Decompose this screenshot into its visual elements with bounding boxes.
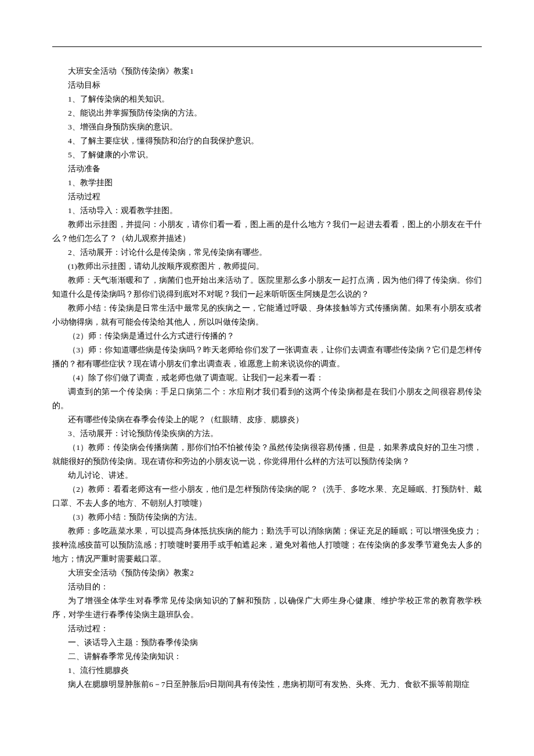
paragraph: 幼儿讨论、讲述。	[52, 469, 482, 483]
paragraph: 大班安全活动《预防传染病》教案1	[52, 64, 482, 78]
document-body: 大班安全活动《预防传染病》教案1活动目标1、了解传染病的相关知识。2、能说出并掌…	[52, 64, 482, 692]
top-divider	[52, 46, 482, 47]
paragraph: 1、教学挂图	[52, 176, 482, 190]
paragraph: （4）除了你们做了调查，戒老师也做了调查呢。让我们一起来看一看：	[52, 371, 482, 385]
paragraph: （1）教师：传染病会传播病菌，那你们怕不怕被传染？虽然传染病很容易传播，但是，如…	[52, 441, 482, 469]
paragraph: 教师：多吃蔬菜水果，可以提高身体抵抗疾病的能力；勤洗手可以消除病菌；保证充足的睡…	[52, 524, 482, 566]
paragraph: （3）师：你知道哪些病是传染病吗？昨天老师给你们发了一张调查表，让你们去调查有哪…	[52, 343, 482, 371]
paragraph: （3）教师小结：预防传染病的方法。	[52, 510, 482, 524]
paragraph: 活动准备	[52, 162, 482, 176]
paragraph: 调查到的第一个传染病：手足口病第二个：水痘刚才我们看到的这两个传染病都是在我们小…	[52, 385, 482, 413]
paragraph: (1)教师出示挂图，请幼儿按顺序观察图片，教师提问。	[52, 260, 482, 273]
paragraph: 活动过程	[52, 190, 482, 204]
paragraph: 病人在腮腺明显肿胀前6－7日至肿胀后9日期间具有传染性，患病初期可有发热、头疼、…	[52, 678, 482, 692]
paragraph: 教师：天气渐渐暖和了，病菌们也开始出来活动了。医院里那么多小朋友一起打点滴，因为…	[52, 273, 482, 301]
paragraph: 教师小结：传染病是日常生活中最常见的疾病之一，它能通过呼吸、身体接触等方式传播病…	[52, 301, 482, 329]
paragraph: 还有哪些传染病在春季会传染上的呢？（红眼睛、皮疹、腮腺炎）	[52, 413, 482, 427]
paragraph: 为了增强全体学生对春季常见传染病知识的了解和预防，以确保广大师生身心健康、维护学…	[52, 594, 482, 622]
paragraph: 2、能说出并掌握预防传染病的方法。	[52, 106, 482, 120]
paragraph: 4、了解主要症状，懂得预防和治疗的自我保护意识。	[52, 134, 482, 148]
paragraph: 活动过程：	[52, 622, 482, 636]
paragraph: 1、活动导入：观看教学挂图。	[52, 204, 482, 218]
document-page: 大班安全活动《预防传染病》教案1活动目标1、了解传染病的相关知识。2、能说出并掌…	[0, 0, 534, 726]
paragraph: 活动目标	[52, 78, 482, 92]
paragraph: 5、了解健康的小常识。	[52, 148, 482, 162]
paragraph: （2）教师：看看老师这有一些小朋友，他们是怎样预防传染病的呢？（洗手、多吃水果、…	[52, 483, 482, 510]
paragraph: 一、谈话导入主题：预防春季传染病	[52, 636, 482, 650]
paragraph: 活动目的：	[52, 580, 482, 594]
paragraph: 教师出示挂图，并提问：小朋友，请你们看一看，图上画的是什么地方？我们一起进去看看…	[52, 218, 482, 246]
paragraph: 1、了解传染病的相关知识。	[52, 92, 482, 106]
paragraph: 大班安全活动《预防传染病》教案2	[52, 566, 482, 580]
paragraph: 3、增强自身预防疾病的意识。	[52, 120, 482, 134]
paragraph: 3、活动展开：讨论预防传染疾病的方法。	[52, 427, 482, 441]
paragraph: （2）师：传染病是通过什么方式进行传播的？	[52, 329, 482, 343]
paragraph: 2、活动展开：讨论什么是传染病，常见传染病有哪些。	[52, 246, 482, 260]
paragraph: 1、流行性腮腺炎	[52, 664, 482, 678]
paragraph: 二、讲解春季常见传染病知识：	[52, 650, 482, 664]
